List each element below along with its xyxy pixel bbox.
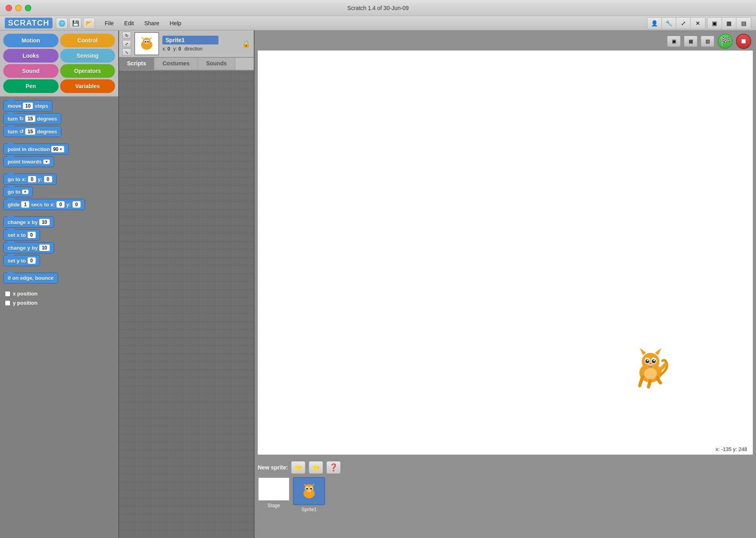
menu-file[interactable]: File xyxy=(100,18,119,28)
svg-point-6 xyxy=(145,42,148,44)
tab-scripts[interactable]: Scripts xyxy=(119,58,154,70)
title-bar: Scratch 1.4 of 30-Jun-09 xyxy=(0,0,756,16)
block-change-y[interactable]: change y by 10 xyxy=(3,242,54,253)
presentation-button[interactable]: ✕ xyxy=(691,18,705,29)
stage-thumb-label: Stage xyxy=(267,503,280,508)
cat-sprite[interactable] xyxy=(629,341,673,390)
category-pen[interactable]: Pen xyxy=(3,79,59,93)
minimize-button[interactable] xyxy=(15,5,22,11)
sprite-name-area: x: 0 y: 0 direction xyxy=(162,36,239,52)
scratch-logo: SCRATCH xyxy=(5,18,53,28)
toolbar-right: 👤 🔧 ⤢ ✕ ▣ ▦ ▤ xyxy=(647,17,751,29)
sprite-name-input[interactable] xyxy=(162,36,218,44)
sprite-controls: ↻ ⤢ ⤡ xyxy=(122,32,131,56)
category-operators[interactable]: Operators xyxy=(60,64,115,78)
new-sprite-surprise-button[interactable]: ❓ xyxy=(326,461,341,474)
stage-canvas[interactable]: x: -135 y: 248 xyxy=(258,51,753,455)
window-title: Scratch 1.4 of 30-Jun-09 xyxy=(347,5,408,11)
sprite-ctrl-shrink[interactable]: ⤡ xyxy=(122,49,131,56)
layout-buttons: ▣ ▦ ▤ xyxy=(707,17,751,29)
block-set-y[interactable]: set y to 0 xyxy=(3,255,40,266)
new-sprite-file-button[interactable]: ⭐ xyxy=(309,461,323,474)
sprite1-thumbnail[interactable]: Sprite1 xyxy=(293,477,325,535)
view-btn-1[interactable]: ▣ xyxy=(667,36,681,47)
checkbox-row-y: y position xyxy=(3,299,115,307)
category-sensing[interactable]: Sensing xyxy=(60,49,115,63)
svg-point-17 xyxy=(644,368,657,379)
label-x-position: x position xyxy=(13,291,37,297)
new-sprite-paint-button[interactable]: ⭐ xyxy=(291,461,305,474)
fullscreen-button[interactable]: ⤢ xyxy=(676,18,691,29)
svg-point-15 xyxy=(647,362,654,367)
tab-sounds[interactable]: Sounds xyxy=(198,58,235,70)
sprite-info-bar: ↻ ⤢ ⤡ xyxy=(119,30,254,58)
block-point-towards[interactable]: point towards xyxy=(3,156,54,167)
stage-area: x: -135 y: 248 xyxy=(255,51,756,458)
stage-header: ▣ ▦ ▧ 🏁 ⏹ xyxy=(255,30,756,51)
new-sprite-row: New sprite: ⭐ ⭐ ❓ xyxy=(258,461,753,474)
block-turn-ccw[interactable]: turn ↺ 15 degrees xyxy=(3,126,61,137)
sprite1-thumb-label: Sprite1 xyxy=(301,507,317,512)
folder-icon[interactable]: 📂 xyxy=(83,18,95,29)
svg-point-13 xyxy=(647,360,649,361)
block-move[interactable]: move 10 steps xyxy=(3,100,53,111)
sprite-lock-icon[interactable]: 🔒 xyxy=(242,39,251,48)
sprites-area: Stage xyxy=(258,477,753,535)
sprite1-thumb-image xyxy=(293,477,325,505)
layout-2-button[interactable]: ▦ xyxy=(722,18,736,29)
stop-button[interactable]: ⏹ xyxy=(736,34,751,49)
category-variables[interactable]: Variables xyxy=(60,79,115,93)
tab-costumes[interactable]: Costumes xyxy=(154,58,198,70)
category-looks[interactable]: Looks xyxy=(3,49,59,63)
blocks-area: move 10 steps turn ↻ 15 degrees turn ↺ 1… xyxy=(0,97,118,538)
normal-mode-button[interactable]: 👤 xyxy=(647,18,662,29)
coords-display: x: -135 y: 248 xyxy=(713,445,750,453)
block-set-x[interactable]: set x to 0 xyxy=(3,229,40,241)
block-glide[interactable]: glide 1 secs to x: 0 y: 0 xyxy=(3,199,85,210)
view-btn-2[interactable]: ▦ xyxy=(684,36,697,47)
menu-items: File Edit Share Help xyxy=(100,18,186,28)
layout-3-button[interactable]: ▤ xyxy=(736,18,751,29)
category-control[interactable]: Control xyxy=(60,34,115,47)
left-panel: Motion Control Looks Sensing Sound Opera… xyxy=(0,30,118,538)
checkbox-y-position[interactable] xyxy=(5,300,10,306)
tabs-bar: Scripts Costumes Sounds xyxy=(119,58,254,71)
save-icon[interactable]: 💾 xyxy=(69,18,81,29)
edit-mode-button[interactable]: 🔧 xyxy=(662,18,676,29)
green-flag-button[interactable]: 🏁 xyxy=(718,34,733,49)
stage-canvas-wrapper: x: -135 y: 248 xyxy=(255,51,756,458)
layout-1-button[interactable]: ▣ xyxy=(707,18,722,29)
svg-point-24 xyxy=(307,489,311,492)
sprite-ctrl-expand[interactable]: ⤢ xyxy=(122,40,131,47)
close-button[interactable] xyxy=(6,5,12,11)
category-grid: Motion Control Looks Sensing Sound Opera… xyxy=(0,30,118,97)
scripts-canvas[interactable] xyxy=(119,71,254,538)
globe-icon[interactable]: 🌐 xyxy=(56,18,68,29)
menu-help[interactable]: Help xyxy=(165,18,186,28)
block-go-to-xy[interactable]: go to x: 0 y: 0 xyxy=(3,174,57,185)
category-sound[interactable]: Sound xyxy=(3,64,59,78)
svg-point-16 xyxy=(650,363,652,364)
menu-share[interactable]: Share xyxy=(139,18,164,28)
toolbar-mode-buttons: 👤 🔧 ⤢ ✕ xyxy=(647,17,705,29)
stage-thumb-image xyxy=(258,477,290,501)
view-btn-3[interactable]: ▧ xyxy=(701,36,714,47)
maximize-button[interactable] xyxy=(25,5,31,11)
middle-panel: ↻ ⤢ ⤡ xyxy=(118,30,255,538)
stage-thumbnail[interactable]: Stage xyxy=(258,477,290,535)
block-go-to[interactable]: go to xyxy=(3,186,33,197)
block-point-direction[interactable]: point in direction 90 xyxy=(3,144,69,155)
checkbox-x-position[interactable] xyxy=(5,291,10,297)
block-if-on-edge-bounce[interactable]: if on edge, bounce xyxy=(3,273,58,283)
right-panel: ▣ ▦ ▧ 🏁 ⏹ xyxy=(255,30,756,538)
new-sprite-label: New sprite: xyxy=(258,464,288,471)
sprite-ctrl-rotate[interactable]: ↻ xyxy=(122,32,131,39)
sprite-coords: x: 0 y: 0 direction xyxy=(162,46,239,52)
category-motion[interactable]: Motion xyxy=(3,34,59,47)
svg-point-8 xyxy=(642,353,659,370)
menu-bar: SCRATCH 🌐 💾 📂 File Edit Share Help 👤 🔧 ⤢… xyxy=(0,16,756,30)
block-turn-cw[interactable]: turn ↻ 15 degrees xyxy=(3,113,61,124)
block-change-x[interactable]: change x by 10 xyxy=(3,216,54,228)
window-controls[interactable] xyxy=(6,5,31,11)
menu-edit[interactable]: Edit xyxy=(119,18,139,28)
